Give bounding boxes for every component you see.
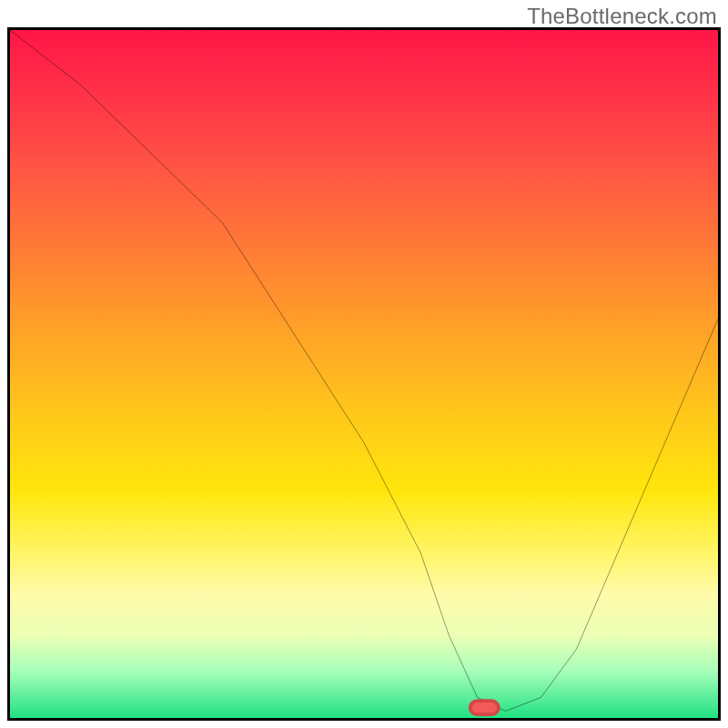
curve-svg (10, 30, 718, 718)
bottleneck-curve (10, 30, 718, 711)
optimal-point-marker (470, 701, 499, 714)
plot-area (7, 27, 721, 721)
watermark-text: TheBottleneck.com (527, 4, 717, 29)
chart-frame: TheBottleneck.com (0, 0, 728, 728)
